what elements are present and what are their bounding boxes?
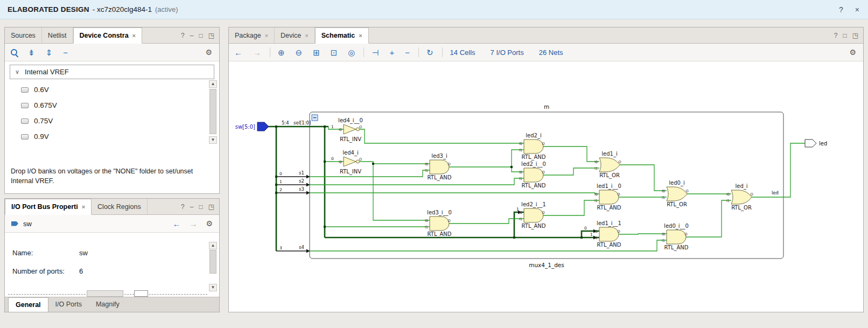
scroll-thumb[interactable]: [209, 89, 216, 134]
net-wire[interactable]: [543, 146, 599, 162]
gate-led3_i[interactable]: led3_iRTL_ANDI0I1O: [425, 153, 452, 181]
schematic-canvas[interactable]: mmux4_1_desled4_i__0RTL_INVI0Oled4_iRTL_…: [229, 61, 863, 312]
tab-netlist[interactable]: Netlist: [42, 27, 73, 43]
net-wire[interactable]: [620, 165, 667, 191]
net-wire[interactable]: [310, 178, 524, 185]
properties-scrollbar[interactable]: ▲ ▼: [209, 242, 217, 291]
cells-count-link[interactable]: 14 Cells: [450, 48, 475, 57]
vref-item-0-6v[interactable]: 0.6V: [5, 82, 219, 97]
partial-control[interactable]: [87, 290, 123, 297]
tab-sources[interactable]: Sources: [5, 27, 42, 43]
banner-help-icon[interactable]: ?: [839, 5, 843, 14]
output-port-led[interactable]: [805, 139, 816, 147]
net-wire[interactable]: [543, 200, 599, 215]
tab-schematic[interactable]: Schematic×: [315, 27, 369, 44]
module-outline[interactable]: [310, 112, 783, 259]
gate-led1_i[interactable]: led1_iRTL_ORI0I1O: [594, 151, 621, 179]
banner-close-icon[interactable]: ×: [855, 5, 859, 14]
panel-help-icon[interactable]: ?: [834, 32, 838, 39]
scroll-up-icon[interactable]: ▲: [209, 242, 217, 249]
tab-device-constra[interactable]: Device Constra×: [73, 27, 142, 44]
regenerate-icon[interactable]: ↻: [426, 48, 433, 57]
collapse-icon[interactable]: −: [405, 48, 410, 57]
gate-led0_i__0[interactable]: led0_i__0RTL_ANDI0I1O: [662, 223, 689, 251]
back-icon[interactable]: ←: [234, 48, 242, 57]
scroll-down-icon[interactable]: ▼: [209, 284, 217, 291]
gate-led_i[interactable]: led_iRTL_ORI0I1O: [726, 183, 753, 211]
expand-all-icon[interactable]: ⇕: [46, 48, 53, 57]
net-wire[interactable]: [310, 170, 430, 177]
bottom-tab-magnify[interactable]: Magnify: [89, 297, 127, 312]
back-icon[interactable]: ←: [172, 219, 180, 228]
net-wire[interactable]: [686, 200, 731, 237]
vref-item-0-9v[interactable]: 0.9V: [5, 129, 219, 144]
net-wire[interactable]: [360, 129, 524, 143]
input-port-sw[interactable]: [257, 122, 269, 131]
panel-help-icon[interactable]: ?: [181, 32, 185, 39]
close-tab-icon[interactable]: ×: [265, 32, 268, 39]
properties-gear-icon[interactable]: ⚙: [206, 219, 213, 228]
gate-led0_i[interactable]: led0_iRTL_ORI0I1O: [662, 180, 689, 208]
tab-clock-regions[interactable]: Clock Regions: [92, 199, 148, 214]
panel-float-icon[interactable]: ◳: [208, 204, 214, 210]
zoom-in-icon[interactable]: ⊕: [278, 48, 285, 57]
gate-led4_i[interactable]: led4_iRTL_INVI0O: [339, 150, 362, 175]
scroll-thumb[interactable]: [209, 250, 216, 274]
gate-led1_i__0[interactable]: led1_i__0RTL_ANDI0I1O: [594, 183, 621, 211]
net-wire[interactable]: [543, 168, 599, 175]
tab-device[interactable]: Device×: [275, 27, 315, 43]
settings-gear-icon[interactable]: ⚙: [205, 48, 212, 57]
expand-cone-icon[interactable]: ⊣: [372, 48, 379, 57]
autofit-selection-icon[interactable]: ◎: [348, 48, 355, 57]
bottom-tab-i-o-ports[interactable]: I/O Ports: [48, 297, 89, 312]
forward-icon[interactable]: →: [253, 48, 261, 57]
forward-icon[interactable]: →: [189, 219, 197, 228]
close-tab-icon[interactable]: ×: [305, 32, 308, 39]
zoom-fit-icon[interactable]: ⊞: [313, 48, 320, 57]
partial-checkbox[interactable]: [134, 290, 148, 297]
net-wire[interactable]: [360, 162, 430, 164]
zoom-out-icon[interactable]: ⊖: [296, 48, 303, 57]
net-wire[interactable]: [373, 164, 430, 220]
gate-led4_i__0[interactable]: led4_i__0RTL_INVI0O: [338, 117, 363, 143]
expand-icon[interactable]: +: [389, 48, 394, 57]
close-tab-icon[interactable]: ×: [132, 32, 136, 39]
close-tab-icon[interactable]: ×: [82, 204, 85, 210]
zoom-to-selection-icon[interactable]: ⊡: [331, 48, 338, 57]
bottom-tab-general[interactable]: General: [8, 297, 48, 312]
panel-minimize-icon[interactable]: –: [190, 32, 194, 39]
internal-vref-header[interactable]: ∨ Internal VREF: [10, 65, 214, 79]
collapse-all-icon[interactable]: ⇟: [28, 48, 35, 57]
panel-float-icon[interactable]: ◳: [208, 32, 214, 39]
panel-maximize-icon[interactable]: □: [199, 204, 202, 210]
close-tab-icon[interactable]: ×: [359, 32, 362, 39]
net-wire[interactable]: [310, 193, 599, 194]
io-ports-count-link[interactable]: 7 I/O Ports: [491, 48, 524, 57]
schematic-settings-gear-icon[interactable]: ⚙: [849, 48, 856, 57]
vref-help-text: Drop I/O banks on voltages or the "NONE"…: [11, 166, 206, 187]
vref-item-0-75v[interactable]: 0.75V: [5, 113, 219, 129]
panel-maximize-icon[interactable]: □: [843, 32, 846, 39]
panel-float-icon[interactable]: ◳: [852, 32, 858, 39]
search-icon[interactable]: [10, 48, 18, 57]
gate-led2_i[interactable]: led2_iRTL_ANDI0I1O: [519, 132, 546, 160]
scroll-up-icon[interactable]: ▲: [209, 80, 217, 88]
tab-package[interactable]: Package×: [229, 27, 275, 43]
vref-item-0-675v[interactable]: 0.675V: [5, 97, 219, 113]
net-wire[interactable]: [449, 219, 524, 224]
net-wire[interactable]: [752, 143, 805, 197]
gate-led2_i__1[interactable]: led2_i__1RTL_ANDI0I1O: [519, 201, 546, 229]
nets-count-link[interactable]: 26 Nets: [539, 48, 563, 57]
remove-icon[interactable]: −: [63, 48, 68, 57]
net-wire[interactable]: [619, 234, 667, 234]
tab-i-o-port-bus-properti[interactable]: I/O Port Bus Properti×: [5, 199, 92, 215]
tree-scrollbar[interactable]: ▲ ▼: [209, 80, 217, 144]
gate-led3_i__0[interactable]: led3_i__0RTL_ANDI0I1O: [425, 210, 452, 238]
scroll-down-icon[interactable]: ▼: [209, 136, 217, 144]
gate-led1_i__1[interactable]: led1_i__1RTL_ANDI0I1O: [594, 220, 621, 248]
panel-help-icon[interactable]: ?: [181, 204, 185, 210]
gate-led2_i__0[interactable]: led2_i__0RTL_ANDI0I1O: [519, 161, 546, 189]
panel-maximize-icon[interactable]: □: [199, 32, 202, 39]
panel-minimize-icon[interactable]: –: [190, 204, 194, 210]
net-wire[interactable]: [449, 167, 524, 172]
